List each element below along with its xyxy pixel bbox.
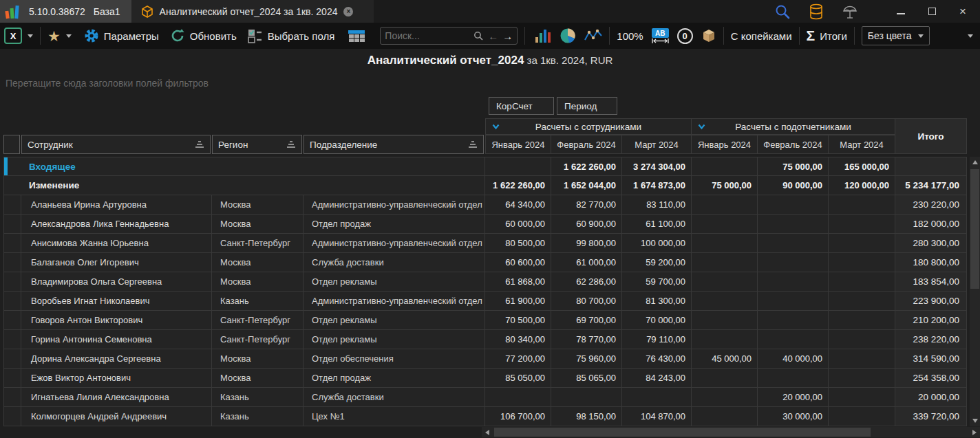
scroll-up-button[interactable] xyxy=(970,157,980,168)
value-cell[interactable]: 76 430,00 xyxy=(622,349,692,369)
value-cell[interactable]: 69 700,00 xyxy=(551,311,622,330)
kopecks-toggle[interactable]: С копейками xyxy=(731,30,792,42)
value-cell[interactable]: 85 065,00 xyxy=(551,369,622,388)
value-cell[interactable]: 120 000,00 xyxy=(829,176,895,195)
region-cell[interactable]: Казань xyxy=(212,407,303,426)
row-gutter-cell[interactable] xyxy=(3,369,21,388)
employee-cell[interactable]: Колмогорцев Андрей Андреевич xyxy=(21,407,212,426)
value-cell[interactable] xyxy=(758,234,829,253)
value-cell[interactable] xyxy=(692,253,758,272)
table-row[interactable]: Игнатьева Лилия АлександровнаКазаньСлужб… xyxy=(3,388,967,407)
horizontal-scrollbar[interactable] xyxy=(482,427,980,437)
employee-cell[interactable]: Игнатьева Лилия Александровна xyxy=(21,388,212,407)
row-gutter-cell[interactable] xyxy=(3,215,21,234)
total-cell[interactable]: 20 000,00 xyxy=(895,388,967,407)
row-gutter-cell[interactable] xyxy=(3,272,21,292)
sort-icon[interactable] xyxy=(286,140,296,149)
value-cell[interactable]: 62 286,00 xyxy=(551,272,622,292)
department-cell[interactable]: Отдел рекламы xyxy=(303,311,485,330)
total-cell[interactable]: 314 590,00 xyxy=(895,349,967,369)
region-cell[interactable]: Казань xyxy=(212,292,303,311)
export-excel-button[interactable]: X xyxy=(4,28,22,44)
value-cell[interactable]: 60 900,00 xyxy=(551,215,622,234)
value-cell[interactable] xyxy=(829,195,895,215)
value-cell[interactable] xyxy=(692,369,758,388)
value-cell[interactable] xyxy=(829,292,895,311)
region-cell[interactable]: Москва xyxy=(212,349,303,369)
value-cell[interactable]: 75 000,00 xyxy=(692,176,758,195)
month-header-cell[interactable]: Март 2024 xyxy=(622,135,692,154)
parameters-button[interactable]: Параметры xyxy=(84,28,159,43)
minimize-button[interactable] xyxy=(897,13,905,14)
region-cell[interactable]: Санкт-Петербург xyxy=(212,330,303,349)
value-cell[interactable]: 80 340,00 xyxy=(485,330,551,349)
field-button-period[interactable]: Период xyxy=(557,97,617,115)
value-cell[interactable] xyxy=(485,388,551,407)
toolbar-overflow-icon[interactable] xyxy=(968,34,973,38)
value-cell[interactable] xyxy=(692,330,758,349)
maximize-button[interactable] xyxy=(928,8,936,15)
summary-row-label[interactable]: Изменение xyxy=(3,176,485,195)
package-button[interactable] xyxy=(701,28,716,43)
row-gutter-cell[interactable] xyxy=(3,195,21,215)
region-cell[interactable]: Москва xyxy=(212,195,303,215)
vertical-scrollbar[interactable] xyxy=(970,157,980,426)
value-cell[interactable] xyxy=(758,253,829,272)
employee-cell[interactable]: Анисимова Жанна Юрьевна xyxy=(21,234,212,253)
row-gutter-cell[interactable] xyxy=(3,311,21,330)
value-cell[interactable] xyxy=(692,311,758,330)
value-cell[interactable]: 78 770,00 xyxy=(551,330,622,349)
value-cell[interactable]: 59 200,00 xyxy=(622,253,692,272)
value-cell[interactable]: 3 274 304,00 xyxy=(622,157,692,176)
search-prev-icon[interactable]: ← xyxy=(488,30,498,42)
table-row[interactable]: Воробьев Игнат НиколаевичКазаньАдминистр… xyxy=(3,292,967,311)
total-cell[interactable]: 180 800,00 xyxy=(895,253,967,272)
report-tab[interactable]: Аналитический отчет_2024 за 1кв. 2024 × xyxy=(131,0,374,23)
umbrella-icon[interactable] xyxy=(842,3,858,20)
value-cell[interactable] xyxy=(485,157,551,176)
value-cell[interactable] xyxy=(758,311,829,330)
value-cell[interactable] xyxy=(758,272,829,292)
refresh-button[interactable]: Обновить xyxy=(170,28,237,43)
value-cell[interactable] xyxy=(692,407,758,426)
tab-close-icon[interactable]: × xyxy=(343,7,353,17)
value-cell[interactable] xyxy=(692,157,758,176)
value-cell[interactable]: 61 868,00 xyxy=(485,272,551,292)
region-cell[interactable]: Санкт-Петербург xyxy=(212,311,303,330)
value-cell[interactable]: 45 000,00 xyxy=(692,349,758,369)
group-header-accountables[interactable]: Расчеты с подотчетниками xyxy=(691,118,895,135)
department-cell[interactable]: Цех №1 xyxy=(303,407,485,426)
bar-chart-button[interactable] xyxy=(535,28,551,43)
field-header-department[interactable]: Подразделение xyxy=(303,135,484,154)
employee-cell[interactable]: Воробьев Игнат Николаевич xyxy=(21,292,212,311)
close-button[interactable]: × xyxy=(959,6,966,17)
table-row[interactable]: Дорина Александра СергеевнаМоскваОтдел о… xyxy=(3,349,967,369)
employee-cell[interactable]: Горина Антонина Семеновна xyxy=(21,330,212,349)
value-cell[interactable]: 30 000,00 xyxy=(758,407,829,426)
value-cell[interactable] xyxy=(692,234,758,253)
employee-cell[interactable]: Александрова Лика Геннадьевна xyxy=(21,215,212,234)
scroll-right-button[interactable] xyxy=(969,427,980,437)
department-cell[interactable]: Отдел рекламы xyxy=(303,330,485,349)
sort-icon[interactable] xyxy=(468,140,478,149)
row-gutter-cell[interactable] xyxy=(3,234,21,253)
line-chart-button[interactable] xyxy=(584,29,602,43)
value-cell[interactable] xyxy=(829,253,895,272)
pie-chart-button[interactable] xyxy=(560,28,576,44)
summary-row[interactable]: Входящее1 622 260,003 274 304,0075 000,0… xyxy=(3,157,967,176)
value-cell[interactable]: 77 200,00 xyxy=(485,349,551,369)
department-cell[interactable]: Административно-управленческий отдел xyxy=(303,195,485,215)
value-cell[interactable]: 104 870,00 xyxy=(622,407,692,426)
department-cell[interactable]: Служба доставки xyxy=(303,388,485,407)
region-cell[interactable]: Санкт-Петербург xyxy=(212,234,303,253)
value-cell[interactable] xyxy=(758,369,829,388)
value-cell[interactable] xyxy=(829,369,895,388)
chevron-down-icon[interactable] xyxy=(492,124,500,130)
database-icon[interactable] xyxy=(809,3,824,20)
value-cell[interactable]: 61 100,00 xyxy=(622,215,692,234)
value-cell[interactable]: 61 900,00 xyxy=(485,292,551,311)
value-cell[interactable]: 60 600,00 xyxy=(485,253,551,272)
row-gutter-cell[interactable] xyxy=(3,407,21,426)
region-cell[interactable]: Москва xyxy=(212,215,303,234)
value-cell[interactable]: 1 652 044,00 xyxy=(551,176,622,195)
